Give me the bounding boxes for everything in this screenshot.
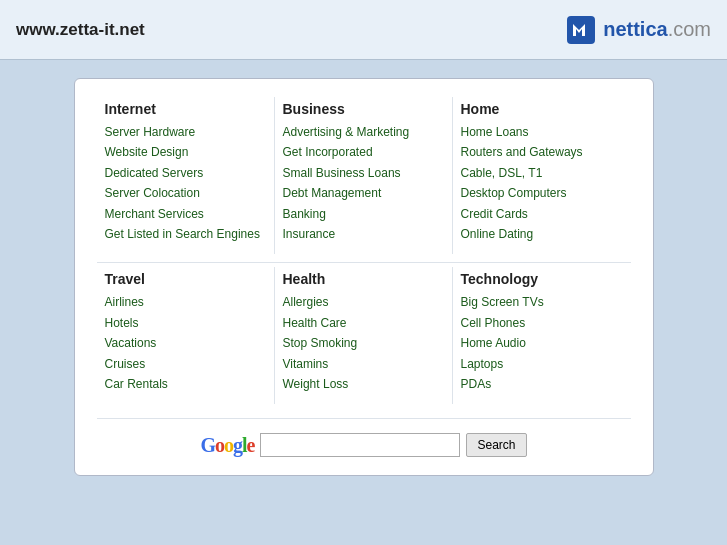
link-merchant-services[interactable]: Merchant Services bbox=[105, 204, 266, 224]
link-get-incorporated[interactable]: Get Incorporated bbox=[283, 142, 444, 162]
link-cell-phones[interactable]: Cell Phones bbox=[461, 313, 623, 333]
page-header: www.zetta-it.net nettica.com bbox=[0, 0, 727, 60]
link-pdas[interactable]: PDAs bbox=[461, 374, 623, 394]
link-vacations[interactable]: Vacations bbox=[105, 333, 266, 353]
category-business: Business Advertising & Marketing Get Inc… bbox=[275, 97, 453, 254]
link-cruises[interactable]: Cruises bbox=[105, 354, 266, 374]
link-routers[interactable]: Routers and Gateways bbox=[461, 142, 623, 162]
category-header-home: Home bbox=[461, 101, 623, 117]
category-header-travel: Travel bbox=[105, 271, 266, 287]
link-advertising[interactable]: Advertising & Marketing bbox=[283, 122, 444, 142]
link-car-rentals[interactable]: Car Rentals bbox=[105, 374, 266, 394]
link-vitamins[interactable]: Vitamins bbox=[283, 354, 444, 374]
category-health: Health Allergies Health Care Stop Smokin… bbox=[275, 267, 453, 404]
bottom-categories-row: Travel Airlines Hotels Vacations Cruises… bbox=[97, 262, 631, 404]
link-home-loans[interactable]: Home Loans bbox=[461, 122, 623, 142]
link-dedicated-servers[interactable]: Dedicated Servers bbox=[105, 163, 266, 183]
link-banking[interactable]: Banking bbox=[283, 204, 444, 224]
logo-text: nettica.com bbox=[603, 18, 711, 41]
google-logo: Google bbox=[200, 434, 254, 457]
category-header-health: Health bbox=[283, 271, 444, 287]
category-home: Home Home Loans Routers and Gateways Cab… bbox=[453, 97, 631, 254]
link-allergies[interactable]: Allergies bbox=[283, 292, 444, 312]
link-health-care[interactable]: Health Care bbox=[283, 313, 444, 333]
link-weight-loss[interactable]: Weight Loss bbox=[283, 374, 444, 394]
search-bar: Google Search bbox=[97, 418, 631, 457]
link-online-dating[interactable]: Online Dating bbox=[461, 224, 623, 244]
category-travel: Travel Airlines Hotels Vacations Cruises… bbox=[97, 267, 275, 404]
search-input[interactable] bbox=[260, 433, 460, 457]
link-small-business-loans[interactable]: Small Business Loans bbox=[283, 163, 444, 183]
link-laptops[interactable]: Laptops bbox=[461, 354, 623, 374]
link-debt-management[interactable]: Debt Management bbox=[283, 183, 444, 203]
link-server-colocation[interactable]: Server Colocation bbox=[105, 183, 266, 203]
logo-area: nettica.com bbox=[565, 14, 711, 46]
link-credit-cards[interactable]: Credit Cards bbox=[461, 204, 623, 224]
category-header-internet: Internet bbox=[105, 101, 266, 117]
category-internet: Internet Server Hardware Website Design … bbox=[97, 97, 275, 254]
link-desktop-computers[interactable]: Desktop Computers bbox=[461, 183, 623, 203]
link-big-screen-tvs[interactable]: Big Screen TVs bbox=[461, 292, 623, 312]
category-header-business: Business bbox=[283, 101, 444, 117]
link-get-listed[interactable]: Get Listed in Search Engines bbox=[105, 224, 266, 244]
link-insurance[interactable]: Insurance bbox=[283, 224, 444, 244]
category-technology: Technology Big Screen TVs Cell Phones Ho… bbox=[453, 267, 631, 404]
link-website-design[interactable]: Website Design bbox=[105, 142, 266, 162]
link-server-hardware[interactable]: Server Hardware bbox=[105, 122, 266, 142]
link-cable-dsl[interactable]: Cable, DSL, T1 bbox=[461, 163, 623, 183]
main-content: Internet Server Hardware Website Design … bbox=[74, 78, 654, 476]
link-home-audio[interactable]: Home Audio bbox=[461, 333, 623, 353]
nettica-icon bbox=[565, 14, 597, 46]
site-url: www.zetta-it.net bbox=[16, 20, 145, 40]
top-categories-row: Internet Server Hardware Website Design … bbox=[97, 97, 631, 254]
link-stop-smoking[interactable]: Stop Smoking bbox=[283, 333, 444, 353]
link-airlines[interactable]: Airlines bbox=[105, 292, 266, 312]
search-button[interactable]: Search bbox=[466, 433, 526, 457]
link-hotels[interactable]: Hotels bbox=[105, 313, 266, 333]
category-header-technology: Technology bbox=[461, 271, 623, 287]
